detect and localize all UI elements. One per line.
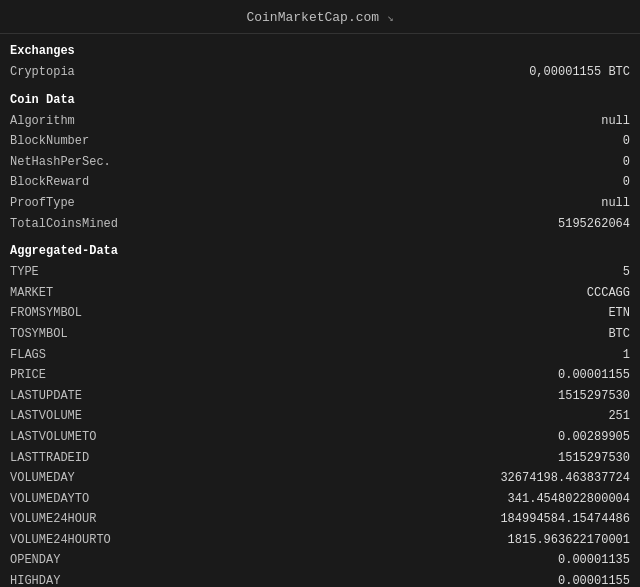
data-row: TotalCoinsMined5195262064 — [10, 214, 630, 235]
data-value: 1815.963622170001 — [508, 531, 630, 550]
data-value: 184994584.15474486 — [500, 510, 630, 529]
data-row: ProofTypenull — [10, 193, 630, 214]
data-key: FLAGS — [10, 346, 46, 365]
data-row: MARKETCCCAGG — [10, 283, 630, 304]
data-value: 5195262064 — [558, 215, 630, 234]
data-row: FLAGS1 — [10, 345, 630, 366]
data-value: 0.00289905 — [558, 428, 630, 447]
section-title-aggregated-data: Aggregated-Data — [10, 244, 630, 258]
data-value: 0.00001135 — [558, 551, 630, 570]
header-arrow: ↘ — [387, 12, 394, 24]
data-value: 1515297530 — [558, 387, 630, 406]
data-value: ETN — [608, 304, 630, 323]
data-row: LASTVOLUMETO0.00289905 — [10, 427, 630, 448]
data-key: TotalCoinsMined — [10, 215, 118, 234]
data-row: VOLUMEDAYTO341.4548022800004 — [10, 489, 630, 510]
data-key: MARKET — [10, 284, 53, 303]
data-row: Algorithmnull — [10, 111, 630, 132]
data-row: OPENDAY0.00001135 — [10, 550, 630, 571]
data-value: null — [601, 112, 630, 131]
header-title: CoinMarketCap.com — [246, 10, 379, 25]
data-value: BTC — [608, 325, 630, 344]
data-value: 0,00001155 BTC — [529, 63, 630, 82]
data-key: VOLUMEDAYTO — [10, 490, 89, 509]
data-row: TYPE5 — [10, 262, 630, 283]
data-row: FROMSYMBOLETN — [10, 303, 630, 324]
data-key: LASTTRADEID — [10, 449, 89, 468]
data-row: VOLUME24HOURTO1815.963622170001 — [10, 530, 630, 551]
data-key: LASTUPDATE — [10, 387, 82, 406]
data-value: 341.4548022800004 — [508, 490, 630, 509]
section-title-exchanges: Exchanges — [10, 44, 630, 58]
data-value: 1 — [623, 346, 630, 365]
data-key: LASTVOLUMETO — [10, 428, 96, 447]
data-row: LASTTRADEID1515297530 — [10, 448, 630, 469]
data-row: NetHashPerSec.0 — [10, 152, 630, 173]
data-row: VOLUME24HOUR184994584.15474486 — [10, 509, 630, 530]
data-row: PRICE0.00001155 — [10, 365, 630, 386]
data-value: 0.00001155 — [558, 572, 630, 587]
data-key: OPENDAY — [10, 551, 60, 570]
data-value: 32674198.463837724 — [500, 469, 630, 488]
data-row: BlockReward0 — [10, 172, 630, 193]
data-key: HIGHDAY — [10, 572, 60, 587]
data-key: TOSYMBOL — [10, 325, 68, 344]
data-key: VOLUME24HOURTO — [10, 531, 111, 550]
data-key: PRICE — [10, 366, 46, 385]
data-value: 0 — [623, 132, 630, 151]
data-row: LASTVOLUME251 — [10, 406, 630, 427]
section-title-coin-data: Coin Data — [10, 93, 630, 107]
data-row: Cryptopia0,00001155 BTC — [10, 62, 630, 83]
data-row: TOSYMBOLBTC — [10, 324, 630, 345]
header: CoinMarketCap.com ↘ — [0, 0, 640, 34]
data-value: 0 — [623, 153, 630, 172]
data-row: VOLUMEDAY32674198.463837724 — [10, 468, 630, 489]
data-value: CCCAGG — [587, 284, 630, 303]
data-value: 0.00001155 — [558, 366, 630, 385]
data-value: 0 — [623, 173, 630, 192]
data-key: LASTVOLUME — [10, 407, 82, 426]
data-key: Cryptopia — [10, 63, 75, 82]
data-key: TYPE — [10, 263, 39, 282]
data-row: BlockNumber0 — [10, 131, 630, 152]
data-key: NetHashPerSec. — [10, 153, 111, 172]
data-value: 5 — [623, 263, 630, 282]
data-value: null — [601, 194, 630, 213]
data-key: VOLUMEDAY — [10, 469, 75, 488]
data-key: VOLUME24HOUR — [10, 510, 96, 529]
data-key: BlockNumber — [10, 132, 89, 151]
data-row: LASTUPDATE1515297530 — [10, 386, 630, 407]
data-value: 1515297530 — [558, 449, 630, 468]
data-value: 251 — [608, 407, 630, 426]
data-key: BlockReward — [10, 173, 89, 192]
content: ExchangesCryptopia0,00001155 BTCCoin Dat… — [0, 34, 640, 587]
data-key: Algorithm — [10, 112, 75, 131]
data-key: ProofType — [10, 194, 75, 213]
data-row: HIGHDAY0.00001155 — [10, 571, 630, 587]
data-key: FROMSYMBOL — [10, 304, 82, 323]
